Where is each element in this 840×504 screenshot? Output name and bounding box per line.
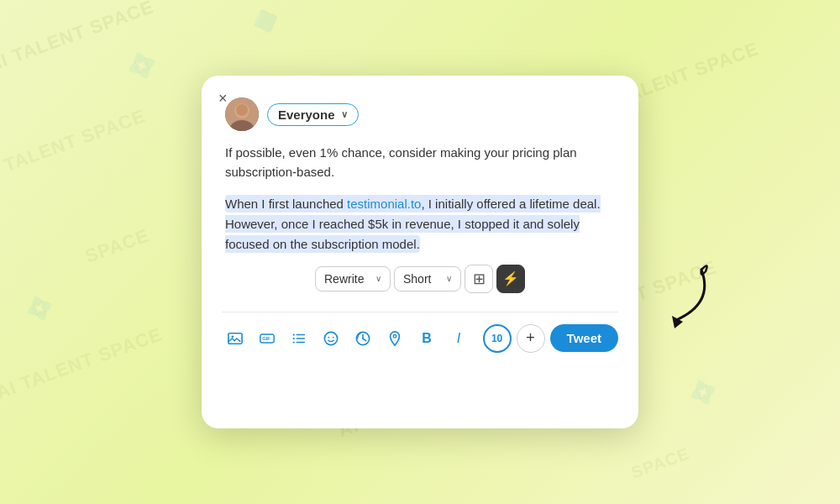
svg-point-17 bbox=[333, 336, 334, 338]
close-button[interactable]: × bbox=[218, 91, 228, 106]
rewrite-chevron-icon: ∨ bbox=[375, 274, 381, 283]
audience-label: Everyone bbox=[278, 108, 335, 122]
svg-point-15 bbox=[324, 332, 337, 344]
lightning-icon: ⚡ bbox=[502, 270, 519, 286]
svg-text:GIF: GIF bbox=[262, 336, 270, 341]
compose-dialog: × Everyone ∨ If possible, even 1% chance… bbox=[202, 76, 638, 428]
arrow-annotation bbox=[626, 261, 718, 349]
location-icon-button[interactable] bbox=[381, 325, 408, 352]
bottom-toolbar: GIF bbox=[222, 312, 618, 353]
svg-point-6 bbox=[232, 335, 234, 338]
svg-marker-4 bbox=[672, 316, 683, 328]
italic-icon-button[interactable]: I bbox=[445, 325, 472, 352]
rewrite-toolbar: Rewrite ∨ Short ∨ ⊞ ⚡ bbox=[225, 265, 615, 293]
testimonial-link[interactable]: testimonial.to bbox=[347, 197, 421, 211]
length-chevron-icon: ∨ bbox=[446, 274, 452, 283]
avatar bbox=[225, 97, 259, 131]
emoji-icon-button[interactable] bbox=[318, 325, 344, 352]
add-icon-button[interactable]: ⊞ bbox=[465, 265, 493, 293]
plain-text-paragraph: If possible, even 1% chance, consider ma… bbox=[225, 143, 615, 182]
add-tweet-button[interactable]: + bbox=[517, 324, 545, 353]
svg-line-20 bbox=[363, 339, 366, 341]
length-select[interactable]: Short ∨ bbox=[394, 266, 461, 291]
svg-point-3 bbox=[236, 104, 248, 116]
text-before: When I first launched bbox=[225, 197, 347, 211]
bold-label: B bbox=[422, 331, 432, 346]
rewrite-label: Rewrite bbox=[324, 272, 364, 286]
schedule-icon-button[interactable] bbox=[349, 325, 376, 352]
italic-label: I bbox=[457, 331, 460, 346]
svg-point-16 bbox=[328, 336, 329, 338]
highlighted-paragraph: When I first launched testimonial.to, I … bbox=[225, 194, 615, 255]
bold-icon-button[interactable]: B bbox=[413, 325, 440, 352]
content-area: If possible, even 1% chance, consider ma… bbox=[222, 143, 618, 293]
lightning-button[interactable]: ⚡ bbox=[496, 265, 525, 293]
chevron-down-icon: ∨ bbox=[341, 109, 348, 120]
rewrite-select[interactable]: Rewrite ∨ bbox=[315, 266, 391, 291]
tweet-button[interactable]: Tweet bbox=[550, 324, 618, 352]
svg-rect-5 bbox=[228, 333, 242, 344]
svg-point-21 bbox=[393, 334, 396, 338]
image-icon-button[interactable] bbox=[222, 325, 249, 352]
highlighted-text: When I first launched testimonial.to, I … bbox=[225, 195, 601, 253]
plus-icon: + bbox=[526, 329, 535, 347]
plus-icon: ⊞ bbox=[473, 270, 486, 288]
gif-icon-button[interactable]: GIF bbox=[254, 325, 281, 352]
dialog-header: Everyone ∨ bbox=[222, 97, 618, 131]
short-label: Short bbox=[403, 272, 431, 286]
list-icon-button[interactable] bbox=[286, 325, 312, 352]
audience-selector[interactable]: Everyone ∨ bbox=[267, 103, 359, 126]
character-count: 10 bbox=[483, 324, 512, 353]
